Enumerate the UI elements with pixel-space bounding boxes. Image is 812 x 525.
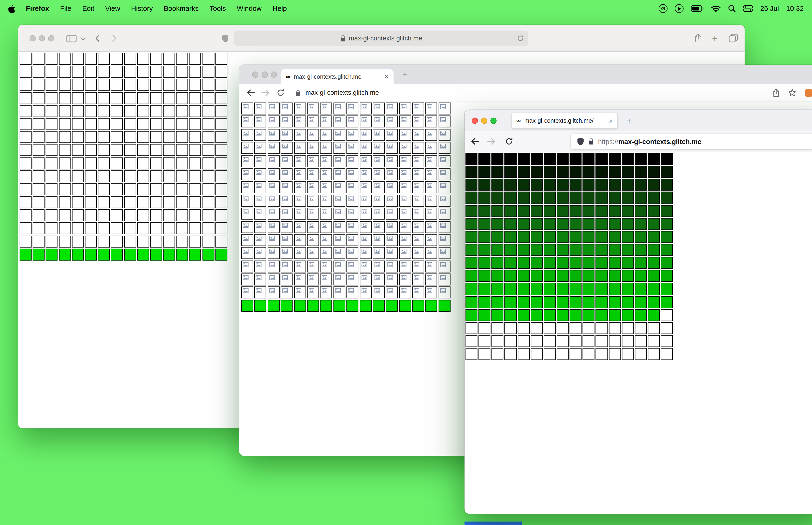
- menu-item-history[interactable]: History: [131, 5, 153, 13]
- playback-status-icon[interactable]: [675, 4, 684, 13]
- minimize-window-button[interactable]: [39, 35, 45, 41]
- broken-image-icon: [348, 209, 354, 214]
- canvas-cell: [163, 196, 175, 208]
- new-tab-button[interactable]: +: [402, 70, 408, 79]
- canvas-cell: [386, 300, 398, 312]
- canvas-cell: [596, 309, 608, 321]
- canvas-cell: [518, 309, 530, 321]
- menu-item-window[interactable]: Window: [237, 5, 262, 13]
- broken-image-icon: [269, 275, 275, 280]
- broken-image-icon: [440, 170, 446, 175]
- apple-menu-icon[interactable]: [8, 4, 15, 13]
- lock-icon[interactable]: [295, 89, 301, 96]
- broken-image-icon: [440, 131, 446, 136]
- canvas-cell: [465, 153, 477, 165]
- close-tab-icon[interactable]: ×: [384, 73, 388, 80]
- close-window-button[interactable]: [30, 35, 36, 41]
- menu-date[interactable]: 26 Jul: [760, 5, 779, 13]
- close-window-button[interactable]: [472, 118, 478, 124]
- canvas-cell: [281, 287, 293, 299]
- google-status-icon[interactable]: G: [659, 4, 668, 13]
- back-icon[interactable]: [95, 34, 100, 42]
- menu-app-name[interactable]: Firefox: [26, 5, 49, 13]
- canvas-cell: [33, 144, 45, 156]
- address-bar[interactable]: https://max-gl-contexts.glitch.me: [571, 134, 812, 149]
- battery-icon[interactable]: [691, 5, 704, 12]
- address-bar[interactable]: max-gl-contexts.glitch.me: [234, 31, 528, 46]
- privacy-shield-icon[interactable]: [221, 34, 229, 42]
- canvas-cell: [320, 116, 332, 127]
- back-icon[interactable]: [246, 89, 255, 97]
- url-text[interactable]: max-gl-contexts.glitch.me: [305, 84, 379, 102]
- menu-item-bookmarks[interactable]: Bookmarks: [164, 5, 199, 13]
- broken-image-icon: [243, 117, 249, 122]
- menu-item-edit[interactable]: Edit: [82, 5, 94, 13]
- new-tab-button[interactable]: +: [627, 117, 632, 125]
- close-tab-icon[interactable]: ×: [609, 117, 613, 124]
- canvas-cell: [255, 247, 266, 259]
- sidebar-icon[interactable]: [66, 35, 77, 43]
- canvas-cell: [412, 208, 424, 220]
- zoom-window-button[interactable]: [271, 72, 277, 77]
- menu-item-file[interactable]: File: [60, 5, 72, 13]
- extension-icon[interactable]: [805, 89, 812, 97]
- canvas-cell: [531, 218, 542, 230]
- bookmark-star-icon[interactable]: [788, 89, 796, 97]
- new-tab-icon[interactable]: +: [712, 34, 718, 43]
- canvas-cell: [465, 166, 477, 178]
- tab-overview-icon[interactable]: [729, 34, 738, 42]
- broken-image-icon: [295, 157, 301, 162]
- canvas-cell: [307, 168, 319, 180]
- forward-icon[interactable]: [261, 89, 270, 97]
- menu-item-help[interactable]: Help: [273, 5, 287, 13]
- browser-tab[interactable]: ∞ max-gl-contexts.glitch.me ×: [281, 69, 394, 84]
- menu-item-tools[interactable]: Tools: [210, 5, 226, 13]
- zoom-window-button[interactable]: [48, 35, 54, 41]
- canvas-cell: [20, 66, 32, 78]
- broken-image-icon: [387, 117, 393, 122]
- reload-icon[interactable]: [517, 35, 524, 42]
- canvas-cell: [215, 92, 227, 104]
- minimize-window-button[interactable]: [481, 118, 487, 124]
- menu-clock[interactable]: 10:32: [786, 5, 803, 13]
- zoom-window-button[interactable]: [490, 118, 496, 124]
- canvas-cell: [137, 183, 149, 195]
- forward-icon[interactable]: [487, 137, 495, 146]
- chevron-down-icon[interactable]: [80, 38, 86, 41]
- canvas-cell: [150, 79, 162, 91]
- partially-hidden-window-edge[interactable]: [464, 522, 522, 525]
- wifi-icon[interactable]: [711, 5, 721, 12]
- canvas-cell: [72, 92, 84, 104]
- menu-item-view[interactable]: View: [105, 5, 120, 13]
- reload-icon[interactable]: [277, 89, 285, 97]
- canvas-cell: [465, 192, 477, 204]
- share-icon[interactable]: [694, 33, 702, 43]
- spotlight-search-icon[interactable]: [728, 5, 736, 13]
- control-center-icon[interactable]: [743, 5, 753, 12]
- canvas-cell: [609, 244, 621, 256]
- canvas-cell: [111, 131, 123, 143]
- canvas-cell: [479, 335, 491, 347]
- broken-image-icon: [348, 223, 354, 228]
- canvas-grid: [20, 53, 227, 260]
- close-window-button[interactable]: [252, 72, 258, 77]
- forward-icon[interactable]: [112, 34, 117, 42]
- reload-icon[interactable]: [505, 137, 513, 146]
- back-icon[interactable]: [471, 137, 479, 146]
- canvas-cell: [111, 209, 123, 221]
- broken-image-icon: [308, 288, 314, 293]
- share-icon[interactable]: [772, 88, 780, 97]
- canvas-cell: [609, 335, 621, 347]
- broken-image-icon: [322, 183, 327, 188]
- canvas-cell: [333, 300, 346, 312]
- minimize-window-button[interactable]: [261, 72, 267, 77]
- canvas-cell: [33, 157, 45, 169]
- canvas-cell: [267, 195, 280, 207]
- lock-icon[interactable]: [588, 138, 594, 145]
- browser-tab[interactable]: ∞ max-gl-contexts.glitch.me/ ×: [512, 113, 617, 128]
- tracking-shield-icon[interactable]: [577, 137, 584, 146]
- canvas-cell: [85, 79, 97, 91]
- canvas-cell: [491, 192, 504, 204]
- broken-image-icon: [282, 223, 288, 228]
- canvas-cell: [281, 116, 293, 127]
